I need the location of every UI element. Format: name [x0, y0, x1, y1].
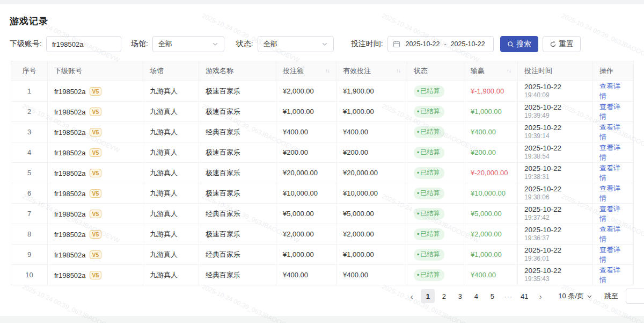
cell-game-name: 经典百家乐	[199, 245, 276, 265]
page-size-select[interactable]: 10 条/页	[558, 291, 592, 301]
status-select[interactable]: 全部	[258, 36, 334, 52]
window-top-edge	[0, 0, 644, 4]
reset-button[interactable]: 重置	[543, 36, 581, 52]
next-page-button[interactable]: ›	[533, 289, 547, 303]
search-button[interactable]: 搜索	[500, 36, 538, 52]
cell-bet-time: 2025-10-2219:35:43	[518, 265, 593, 285]
cell-bet-amount: ¥10,000.00	[276, 183, 336, 204]
column-header-8[interactable]: 输赢↑↓	[464, 61, 518, 81]
account-text: fr198502a	[54, 231, 86, 239]
cell-index: 3	[11, 122, 48, 142]
page-number-button[interactable]: 3	[453, 289, 467, 303]
cell-venue: 九游真人	[143, 142, 199, 163]
cell-action: 查看详情	[593, 204, 634, 224]
cell-game-name: 极速百家乐	[199, 81, 276, 102]
vip-level-badge: V5	[90, 169, 102, 177]
status-badge: •已结算	[414, 249, 444, 261]
view-details-link[interactable]: 查看详情	[599, 103, 620, 120]
pager-pages: ‹12345···41›	[405, 289, 547, 303]
status-dot-icon: •	[417, 272, 419, 278]
status-text: 已结算	[420, 168, 440, 177]
cell-account: fr198502aV5	[48, 122, 143, 142]
vip-level-badge: V5	[90, 250, 102, 259]
table-row: 10fr198502aV5九游真人经典百家乐¥400.00¥400.00•已结算…	[11, 265, 634, 285]
view-details-link[interactable]: 查看详情	[599, 225, 620, 243]
status-badge: •已结算	[414, 106, 444, 118]
venue-select[interactable]: 全部	[152, 36, 224, 52]
status-badge: •已结算	[414, 167, 444, 179]
view-details-link[interactable]: 查看详情	[599, 143, 620, 161]
page-number-button[interactable]: 4	[469, 289, 483, 303]
cell-index: 4	[11, 142, 48, 163]
sort-icon[interactable]: ↑↓	[396, 68, 400, 74]
date-end: 2025-10-22	[448, 40, 488, 48]
status-text: 已结算	[420, 107, 440, 116]
cell-status: •已结算	[407, 81, 464, 102]
view-details-link[interactable]: 查看详情	[599, 123, 620, 141]
bet-clock-time: 19:36:37	[524, 234, 586, 242]
cell-bet-time: 2025-10-2219:36:37	[518, 224, 593, 245]
status-text: 已结算	[420, 250, 440, 259]
cell-game-name: 经典百家乐	[199, 265, 276, 285]
cell-bet-amount: ¥1,000.00	[276, 245, 336, 265]
jump-to-input[interactable]	[626, 289, 644, 304]
view-details-link[interactable]: 查看详情	[599, 184, 620, 202]
cell-index: 8	[11, 224, 48, 245]
cell-account: fr198502aV5	[48, 204, 143, 224]
vip-level-badge: V5	[90, 210, 102, 218]
cell-venue: 九游真人	[143, 204, 199, 224]
cell-valid-bet: ¥2,000.00	[336, 224, 407, 245]
cell-game-name: 极速百家乐	[199, 163, 276, 183]
search-button-label: 搜索	[517, 39, 531, 49]
cell-win-loss: ¥10,000.00	[464, 183, 518, 204]
cell-index: 1	[11, 81, 48, 102]
column-label: 状态	[414, 66, 428, 76]
bet-clock-time: 19:38:54	[524, 153, 586, 161]
cell-account: fr198502aV5	[48, 224, 143, 245]
view-details-link[interactable]: 查看详情	[599, 82, 620, 100]
view-details-link[interactable]: 查看详情	[599, 266, 620, 284]
cell-venue: 九游真人	[143, 265, 199, 285]
cell-venue: 九游真人	[143, 224, 199, 245]
cell-bet-time: 2025-10-2219:38:31	[518, 163, 593, 183]
column-label: 游戏名称	[206, 66, 233, 76]
bet-clock-time: 19:36:01	[524, 255, 586, 263]
search-icon	[507, 41, 514, 48]
status-badge: •已结算	[414, 188, 444, 199]
cell-game-name: 极速百家乐	[199, 224, 276, 245]
column-label: 操作	[599, 66, 613, 76]
page-number-button[interactable]: 41	[517, 289, 531, 303]
account-text: fr198502a	[54, 149, 86, 157]
column-header-3: 场馆	[143, 61, 199, 81]
prev-page-button[interactable]: ‹	[405, 289, 419, 303]
account-text: fr198502a	[54, 88, 86, 96]
view-details-link[interactable]: 查看详情	[599, 164, 620, 182]
column-header-5[interactable]: 投注额↑↓	[276, 61, 336, 81]
account-input[interactable]	[46, 36, 121, 52]
sort-icon[interactable]: ↑↓	[507, 68, 511, 74]
page-number-button[interactable]: 1	[421, 289, 435, 303]
cell-action: 查看详情	[593, 245, 634, 265]
page-number-button[interactable]: 5	[485, 289, 499, 303]
cell-venue: 九游真人	[143, 81, 199, 102]
cell-game-name: 经典百家乐	[199, 204, 276, 224]
bet-time-range-picker[interactable]: 2025-10-22 - 2025-10-22	[387, 36, 494, 52]
sort-icon[interactable]: ↑↓	[325, 68, 330, 74]
cell-win-loss: ¥400.00	[464, 122, 518, 142]
cell-status: •已结算	[407, 142, 464, 163]
view-details-link[interactable]: 查看详情	[599, 205, 620, 222]
cell-status: •已结算	[407, 122, 464, 142]
column-header-6[interactable]: 有效投注↑↓	[336, 61, 407, 81]
status-dot-icon: •	[417, 88, 419, 95]
status-badge: •已结算	[414, 269, 444, 281]
pagination-ellipsis[interactable]: ···	[501, 289, 515, 303]
reset-button-label: 重置	[559, 39, 574, 49]
cell-action: 查看详情	[593, 142, 634, 163]
page-number-button[interactable]: 2	[437, 289, 451, 303]
view-details-link[interactable]: 查看详情	[599, 246, 620, 263]
cell-bet-amount: ¥5,000.00	[276, 204, 336, 224]
cell-game-name: 极速百家乐	[199, 102, 276, 122]
cell-account: fr198502aV5	[48, 183, 143, 204]
cell-bet-time: 2025-10-2219:38:54	[518, 142, 593, 163]
cell-valid-bet: ¥400.00	[336, 265, 407, 285]
